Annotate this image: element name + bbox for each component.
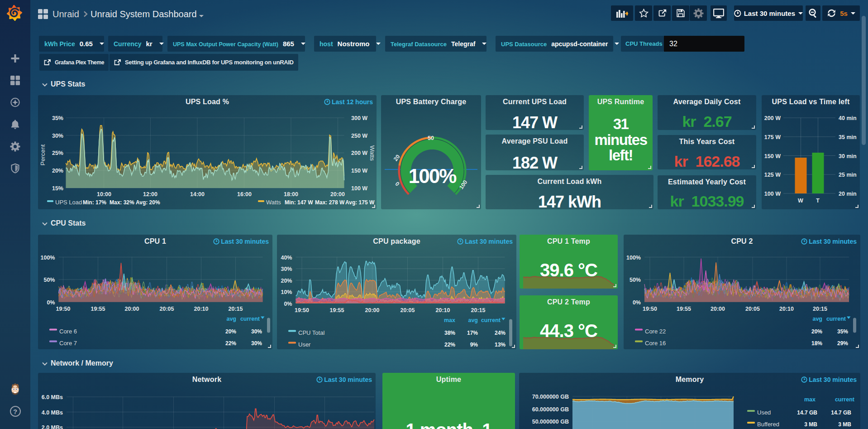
svg-text:20:05: 20:05 bbox=[401, 307, 415, 313]
svg-text:16:00: 16:00 bbox=[237, 191, 252, 198]
svg-text:Used: Used bbox=[757, 409, 771, 416]
svg-text:0%: 0% bbox=[633, 299, 641, 306]
svg-text:20:00: 20:00 bbox=[125, 306, 139, 312]
svg-text:20%: 20% bbox=[281, 278, 292, 284]
svg-text:175 W: 175 W bbox=[764, 134, 781, 140]
svg-text:20%: 20% bbox=[52, 168, 63, 174]
svg-text:15%: 15% bbox=[52, 185, 63, 192]
svg-text:19:55: 19:55 bbox=[330, 307, 344, 313]
svg-text:avg: avg bbox=[812, 316, 822, 322]
svg-text:60.000000 GB: 60.000000 GB bbox=[532, 406, 569, 413]
svg-text:Watts: Watts bbox=[266, 199, 281, 206]
svg-text:User: User bbox=[298, 341, 311, 348]
svg-text:50%: 50% bbox=[43, 277, 55, 283]
svg-text:Core 22: Core 22 bbox=[645, 328, 666, 335]
svg-text:50: 50 bbox=[428, 135, 434, 141]
svg-text:14.7 GB: 14.7 GB bbox=[831, 410, 851, 416]
svg-text:Avg: 20%: Avg: 20% bbox=[136, 199, 160, 206]
svg-text:Max: 32%: Max: 32% bbox=[110, 199, 134, 206]
svg-text:20:10: 20:10 bbox=[779, 306, 794, 312]
svg-text:0: 0 bbox=[394, 180, 401, 187]
svg-text:30%: 30% bbox=[52, 133, 63, 139]
svg-text:current: current bbox=[481, 317, 501, 323]
svg-text:22%: 22% bbox=[444, 342, 455, 348]
svg-text:13%: 13% bbox=[495, 342, 506, 348]
svg-text:100%: 100% bbox=[626, 255, 641, 261]
svg-text:W: W bbox=[798, 198, 803, 204]
svg-text:T: T bbox=[816, 198, 820, 204]
svg-text:100 W: 100 W bbox=[764, 191, 781, 197]
svg-text:Min: 17%: Min: 17% bbox=[83, 199, 106, 206]
svg-text:20:05: 20:05 bbox=[160, 306, 174, 312]
svg-text:40%: 40% bbox=[281, 255, 292, 261]
svg-text:Core 16: Core 16 bbox=[645, 340, 666, 347]
svg-text:Percent: Percent bbox=[39, 144, 46, 165]
svg-text:2.0 MBs: 2.0 MBs bbox=[42, 424, 63, 429]
svg-text:30%: 30% bbox=[251, 328, 262, 335]
svg-text:20:15: 20:15 bbox=[229, 306, 243, 312]
svg-text:avg: avg bbox=[468, 317, 478, 323]
svg-text:0%: 0% bbox=[284, 301, 292, 307]
svg-text:20:00: 20:00 bbox=[711, 306, 725, 312]
svg-text:17%: 17% bbox=[467, 330, 478, 336]
svg-text:Buffered: Buffered bbox=[757, 421, 779, 428]
svg-text:200 W: 200 W bbox=[351, 150, 367, 156]
svg-text:CPU Total: CPU Total bbox=[298, 329, 324, 336]
svg-text:6.0 MBs: 6.0 MBs bbox=[42, 394, 63, 400]
svg-text:100%: 100% bbox=[41, 255, 55, 261]
svg-text:40 min: 40 min bbox=[839, 115, 857, 121]
svg-text:10:00: 10:00 bbox=[97, 191, 111, 198]
svg-text:Core 7: Core 7 bbox=[59, 340, 77, 347]
svg-text:Watts: Watts bbox=[369, 145, 376, 161]
svg-text:14.7 GB: 14.7 GB bbox=[797, 410, 817, 416]
svg-text:200 W: 200 W bbox=[764, 115, 781, 121]
svg-text:Core 6: Core 6 bbox=[59, 328, 77, 335]
svg-text:125 W: 125 W bbox=[764, 172, 781, 178]
svg-text:3 MB: 3 MB bbox=[804, 421, 817, 428]
svg-text:12:00: 12:00 bbox=[143, 191, 157, 198]
svg-text:18:00: 18:00 bbox=[284, 191, 298, 198]
svg-text:avg: avg bbox=[226, 316, 236, 322]
svg-text:3 MB: 3 MB bbox=[838, 421, 851, 428]
svg-text:current: current bbox=[240, 316, 260, 322]
svg-text:Min: 147 W: Min: 147 W bbox=[285, 199, 313, 206]
svg-text:50.000000 GB: 50.000000 GB bbox=[532, 419, 569, 425]
svg-text:50%: 50% bbox=[630, 277, 641, 283]
svg-text:20:15: 20:15 bbox=[471, 307, 486, 313]
svg-text:9%: 9% bbox=[470, 342, 478, 348]
svg-text:30 min: 30 min bbox=[839, 153, 857, 159]
svg-text:70.000000 GB: 70.000000 GB bbox=[532, 394, 569, 400]
svg-text:22%: 22% bbox=[225, 340, 236, 347]
svg-text:20:15: 20:15 bbox=[813, 306, 827, 312]
svg-text:20:00: 20:00 bbox=[330, 191, 345, 198]
svg-text:19:55: 19:55 bbox=[677, 306, 691, 312]
svg-text:29%: 29% bbox=[837, 340, 848, 347]
svg-text:25 min: 25 min bbox=[839, 172, 857, 178]
svg-text:14:00: 14:00 bbox=[190, 191, 205, 198]
svg-text:20:05: 20:05 bbox=[745, 306, 760, 312]
svg-text:150 W: 150 W bbox=[764, 153, 781, 159]
svg-text:250 W: 250 W bbox=[351, 133, 367, 139]
svg-text:0%: 0% bbox=[47, 299, 55, 306]
svg-text:20%: 20% bbox=[225, 328, 236, 335]
svg-text:20:10: 20:10 bbox=[194, 306, 209, 312]
svg-text:10%: 10% bbox=[281, 289, 292, 295]
svg-text:19:50: 19:50 bbox=[56, 306, 71, 312]
svg-text:20:00: 20:00 bbox=[365, 307, 380, 313]
svg-text:max: max bbox=[444, 317, 455, 323]
svg-text:current: current bbox=[835, 396, 855, 403]
svg-text:19:50: 19:50 bbox=[295, 307, 309, 313]
svg-text:150 W: 150 W bbox=[351, 168, 367, 174]
svg-text:38%: 38% bbox=[444, 330, 455, 336]
svg-text:20%: 20% bbox=[811, 328, 822, 335]
svg-text:current: current bbox=[826, 316, 846, 322]
svg-text:30%: 30% bbox=[281, 266, 292, 272]
svg-text:20 min: 20 min bbox=[839, 191, 857, 197]
svg-text:20:10: 20:10 bbox=[436, 307, 450, 313]
svg-text:100 W: 100 W bbox=[351, 185, 367, 192]
svg-text:19:55: 19:55 bbox=[91, 306, 105, 312]
svg-text:35 min: 35 min bbox=[839, 134, 857, 140]
svg-text:300 W: 300 W bbox=[351, 115, 367, 121]
svg-text:4.0 MBs: 4.0 MBs bbox=[42, 410, 63, 416]
svg-text:Avg: 175 W: Avg: 175 W bbox=[345, 199, 375, 206]
